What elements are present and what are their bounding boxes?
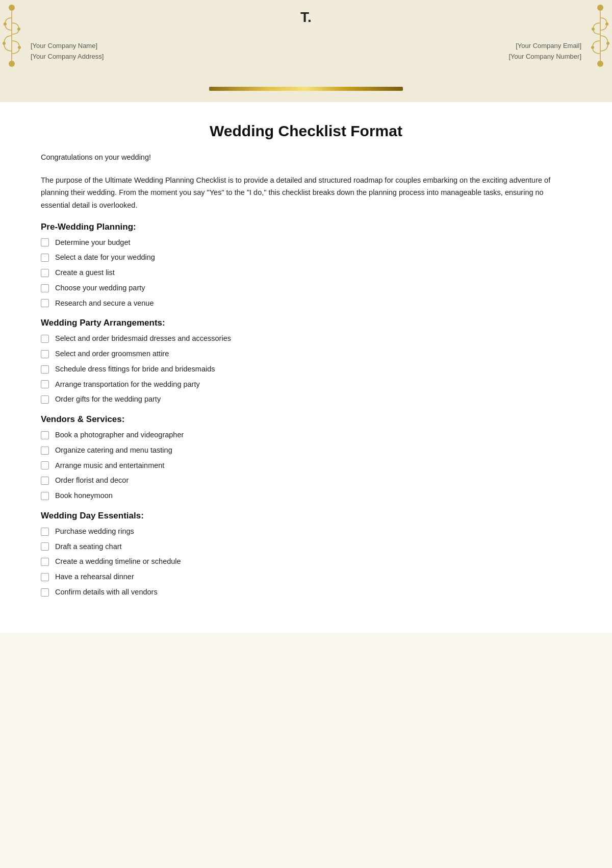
checkbox[interactable] — [41, 447, 49, 455]
svg-point-8 — [597, 5, 603, 11]
list-item: Book honeymoon — [41, 490, 571, 502]
checkbox[interactable] — [41, 254, 49, 262]
list-item-text: Book a photographer and videographer — [55, 430, 184, 441]
section-title-3: Wedding Day Essentials: — [41, 511, 571, 521]
checkbox[interactable] — [41, 365, 49, 374]
list-item-text: Book honeymoon — [55, 490, 113, 502]
page-title: Wedding Checklist Format — [41, 122, 571, 140]
list-item: Schedule dress fittings for bride and br… — [41, 364, 571, 375]
header: T. [Your Company Name] [Your Company Add… — [0, 0, 612, 102]
intro-line1: Congratulations on your wedding! — [41, 151, 571, 164]
header-left-info: [Your Company Name] [Your Company Addres… — [31, 41, 104, 62]
company-email: [Your Company Email] — [508, 41, 581, 52]
checkbox[interactable] — [41, 395, 49, 404]
svg-point-6 — [18, 46, 21, 49]
checklist-3: Purchase wedding ringsDraft a seating ch… — [41, 526, 571, 598]
list-item: Book a photographer and videographer — [41, 430, 571, 441]
list-item: Order florist and decor — [41, 475, 571, 486]
list-item: Create a guest list — [41, 267, 571, 279]
checkbox[interactable] — [41, 269, 49, 277]
list-item-text: Have a rehearsal dinner — [55, 572, 134, 583]
list-item: Have a rehearsal dinner — [41, 572, 571, 583]
list-item-text: Schedule dress fittings for bride and br… — [55, 364, 215, 375]
list-item: Select a date for your wedding — [41, 252, 571, 263]
checkbox[interactable] — [41, 477, 49, 485]
list-item-text: Create a wedding timeline or schedule — [55, 556, 181, 567]
svg-point-4 — [3, 42, 6, 45]
intro-line2: The purpose of the Ultimate Wedding Plan… — [41, 174, 571, 212]
list-item: Choose your wedding party — [41, 283, 571, 294]
checkbox[interactable] — [41, 461, 49, 469]
svg-point-2 — [9, 61, 15, 67]
checkbox[interactable] — [41, 238, 49, 246]
list-item-text: Research and secure a venue — [55, 298, 154, 309]
list-item: Determine your budget — [41, 237, 571, 249]
checklist-1: Select and order bridesmaid dresses and … — [41, 333, 571, 405]
company-address: [Your Company Address] — [31, 52, 104, 62]
list-item: Draft a seating chart — [41, 541, 571, 553]
list-item-text: Select and order bridesmaid dresses and … — [55, 333, 231, 344]
list-item-text: Order gifts for the wedding party — [55, 394, 161, 405]
svg-point-10 — [605, 22, 608, 26]
section-title-2: Vendors & Services: — [41, 414, 571, 425]
list-item: Arrange music and entertainment — [41, 460, 571, 472]
list-item-text: Arrange transportation for the wedding p… — [55, 379, 200, 390]
gold-bar — [209, 87, 403, 91]
page: T. [Your Company Name] [Your Company Add… — [0, 0, 612, 868]
header-logo: T. — [300, 9, 312, 26]
section-title-0: Pre-Wedding Planning: — [41, 222, 571, 232]
checkbox[interactable] — [41, 431, 49, 439]
list-item: Select and order bridesmaid dresses and … — [41, 333, 571, 344]
svg-point-9 — [597, 61, 603, 67]
main-content: Wedding Checklist Format Congratulations… — [0, 102, 612, 633]
checklist-2: Book a photographer and videographerOrga… — [41, 430, 571, 502]
list-item-text: Select a date for your wedding — [55, 252, 155, 263]
list-item-text: Organize catering and menu tasting — [55, 445, 172, 456]
company-name: [Your Company Name] — [31, 41, 104, 52]
checkbox[interactable] — [41, 558, 49, 566]
list-item-text: Purchase wedding rings — [55, 526, 134, 537]
checkbox[interactable] — [41, 492, 49, 500]
list-item: Purchase wedding rings — [41, 526, 571, 537]
list-item: Confirm details with all vendors — [41, 587, 571, 598]
checkbox[interactable] — [41, 299, 49, 307]
list-item: Organize catering and menu tasting — [41, 445, 571, 456]
list-item-text: Order florist and decor — [55, 475, 129, 486]
svg-point-1 — [9, 5, 15, 11]
list-item: Order gifts for the wedding party — [41, 394, 571, 405]
header-right-info: [Your Company Email] [Your Company Numbe… — [508, 41, 581, 62]
svg-point-12 — [592, 28, 595, 31]
checkbox[interactable] — [41, 335, 49, 343]
svg-point-3 — [4, 22, 7, 26]
checkbox[interactable] — [41, 380, 49, 388]
list-item-text: Confirm details with all vendors — [55, 587, 158, 598]
list-item: Arrange transportation for the wedding p… — [41, 379, 571, 390]
checkbox[interactable] — [41, 542, 49, 551]
checkbox[interactable] — [41, 528, 49, 536]
list-item: Select and order groomsmen attire — [41, 349, 571, 360]
checkbox[interactable] — [41, 573, 49, 581]
list-item-text: Draft a seating chart — [55, 541, 122, 553]
svg-point-13 — [591, 46, 594, 49]
checkbox[interactable] — [41, 284, 49, 292]
list-item: Research and secure a venue — [41, 298, 571, 309]
svg-point-11 — [606, 42, 609, 45]
list-item-text: Determine your budget — [55, 237, 131, 249]
list-item: Create a wedding timeline or schedule — [41, 556, 571, 567]
list-item-text: Choose your wedding party — [55, 283, 145, 294]
company-number: [Your Company Number] — [508, 52, 581, 62]
checkbox[interactable] — [41, 350, 49, 358]
list-item-text: Select and order groomsmen attire — [55, 349, 169, 360]
list-item-text: Arrange music and entertainment — [55, 460, 164, 472]
checklist-0: Determine your budgetSelect a date for y… — [41, 237, 571, 309]
section-title-1: Wedding Party Arrangements: — [41, 318, 571, 328]
svg-point-5 — [17, 28, 20, 31]
list-item-text: Create a guest list — [55, 267, 115, 279]
checkbox[interactable] — [41, 588, 49, 597]
sections-container: Pre-Wedding Planning:Determine your budg… — [41, 222, 571, 598]
